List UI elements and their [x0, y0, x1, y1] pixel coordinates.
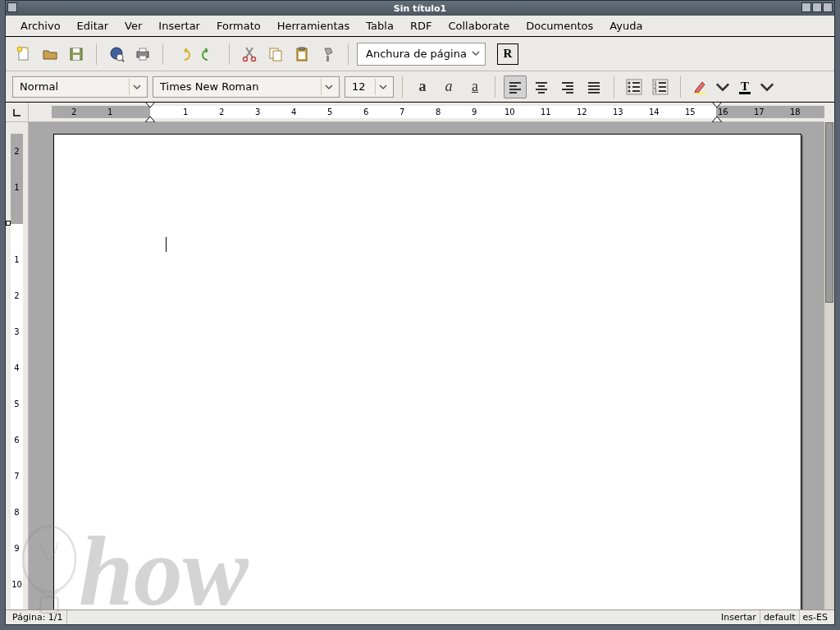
- bold-button[interactable]: a: [411, 75, 434, 98]
- menu-collaborate[interactable]: Collaborate: [440, 17, 518, 34]
- vertical-ruler[interactable]: 2 1 1 2 3 4 5 6 7 8 9 10: [6, 122, 29, 609]
- svg-rect-52: [695, 93, 706, 94]
- left-indent-marker-bottom[interactable]: [144, 116, 156, 122]
- status-section: default: [760, 610, 800, 624]
- font-size-value: 12: [352, 80, 366, 93]
- redo-button[interactable]: [198, 43, 221, 66]
- paragraph-style-value: Normal: [20, 80, 58, 93]
- chevron-down-icon: [321, 79, 336, 95]
- menu-ver[interactable]: Ver: [116, 17, 150, 34]
- zoom-select[interactable]: Anchura de página: [357, 43, 486, 66]
- list-unordered-button[interactable]: [623, 75, 646, 98]
- ruler-tick: 15: [685, 106, 696, 118]
- ruler-tick: 10: [504, 106, 515, 118]
- paste-button[interactable]: [290, 43, 313, 66]
- open-button[interactable]: [39, 43, 62, 66]
- ruler-tick: 1: [107, 106, 112, 118]
- font-color-dropdown-button[interactable]: [760, 75, 774, 98]
- ruler-tick: 2: [11, 291, 23, 300]
- align-right-button[interactable]: [556, 75, 579, 98]
- ruler-tick: 12: [577, 106, 587, 118]
- menu-formato[interactable]: Formato: [208, 17, 269, 34]
- svg-point-15: [252, 57, 256, 61]
- svg-point-38: [628, 81, 631, 84]
- ruler-tick: 4: [11, 363, 23, 372]
- ruler-tick: 2: [219, 106, 224, 118]
- underline-button[interactable]: a: [463, 75, 486, 98]
- font-family-select[interactable]: Times New Roman: [153, 76, 340, 98]
- right-indent-marker-bottom[interactable]: [711, 116, 723, 122]
- menu-tabla[interactable]: Tabla: [358, 17, 402, 34]
- minimize-button[interactable]: [801, 2, 811, 12]
- maximize-button[interactable]: [812, 2, 822, 12]
- toolbar-formatting: Normal Times New Roman 12 a a a 123 T: [6, 71, 834, 103]
- titlebar[interactable]: Sin título1: [6, 1, 834, 16]
- svg-marker-58: [712, 116, 722, 122]
- document-area: 2 1 1 2 3 4 5 6 7 8 9 10 11 12 13 14 15 …: [6, 103, 834, 609]
- web-preview-button[interactable]: [105, 43, 128, 66]
- menu-editar[interactable]: Editar: [69, 17, 117, 34]
- menu-rdf[interactable]: RDF: [402, 17, 441, 34]
- svg-point-39: [628, 85, 631, 88]
- window-menu-button[interactable]: [7, 2, 17, 12]
- revision-label: R: [503, 47, 512, 61]
- align-justify-button[interactable]: [582, 75, 605, 98]
- window-title: Sin título1: [394, 3, 446, 14]
- svg-rect-11: [139, 56, 146, 60]
- menu-ayuda[interactable]: Ayuda: [601, 17, 651, 34]
- svg-point-2: [17, 47, 22, 52]
- close-button[interactable]: [823, 2, 833, 12]
- align-center-button[interactable]: [530, 75, 553, 98]
- menu-herramientas[interactable]: Herramientas: [269, 17, 358, 34]
- list-ordered-button[interactable]: 123: [649, 75, 672, 98]
- ruler-tick: 3: [255, 106, 260, 118]
- horizontal-ruler[interactable]: 2 1 1 2 3 4 5 6 7 8 9 10 11 12 13 14 15 …: [29, 103, 824, 122]
- print-button[interactable]: [131, 43, 154, 66]
- svg-rect-20: [299, 52, 305, 59]
- align-left-button[interactable]: [504, 75, 527, 98]
- font-color-button[interactable]: T: [733, 75, 756, 98]
- ruler-tick: 8: [436, 106, 441, 118]
- svg-line-8: [122, 60, 124, 62]
- svg-point-14: [244, 57, 248, 61]
- svg-rect-21: [326, 56, 329, 62]
- right-indent-marker-top[interactable]: [711, 103, 723, 107]
- italic-button[interactable]: a: [437, 75, 460, 98]
- svg-point-7: [116, 54, 123, 61]
- ruler-tick: 5: [327, 106, 332, 118]
- svg-marker-55: [145, 103, 155, 107]
- ruler-tab-corner[interactable]: [6, 103, 29, 122]
- svg-rect-17: [273, 51, 281, 61]
- scrollbar-thumb[interactable]: [825, 122, 833, 303]
- ruler-tick: 9: [11, 544, 23, 553]
- menu-archivo[interactable]: Archivo: [12, 17, 69, 34]
- page-viewport[interactable]: [29, 122, 824, 609]
- document-page[interactable]: [53, 134, 801, 609]
- highlight-color-button[interactable]: [689, 75, 712, 98]
- left-indent-marker-top[interactable]: [144, 103, 156, 107]
- ruler-tick: 18: [790, 106, 801, 118]
- highlight-dropdown-button[interactable]: [715, 75, 730, 98]
- format-painter-button[interactable]: [317, 43, 340, 66]
- ruler-tick: 9: [472, 106, 477, 118]
- cut-button[interactable]: [238, 43, 261, 66]
- status-page: Página: 1/1: [9, 610, 67, 624]
- status-mode: Insertar: [718, 610, 760, 624]
- save-button[interactable]: [65, 43, 88, 66]
- zoom-label: Anchura de página: [366, 48, 467, 60]
- ruler-tick: 14: [649, 106, 660, 118]
- ruler-tick: 2: [11, 147, 23, 156]
- svg-marker-57: [712, 103, 722, 107]
- menu-insertar[interactable]: Insertar: [150, 17, 208, 34]
- vertical-scrollbar[interactable]: [824, 122, 834, 609]
- undo-button[interactable]: [171, 43, 194, 66]
- svg-point-40: [628, 89, 631, 92]
- menu-documentos[interactable]: Documentos: [518, 17, 601, 34]
- paragraph-style-select[interactable]: Normal: [12, 76, 148, 98]
- ruler-tick: 13: [613, 106, 623, 118]
- copy-button[interactable]: [264, 43, 287, 66]
- font-size-select[interactable]: 12: [345, 76, 394, 98]
- revision-button[interactable]: R: [497, 43, 518, 65]
- ruler-tick: 4: [291, 106, 296, 118]
- new-doc-button[interactable]: [12, 43, 35, 66]
